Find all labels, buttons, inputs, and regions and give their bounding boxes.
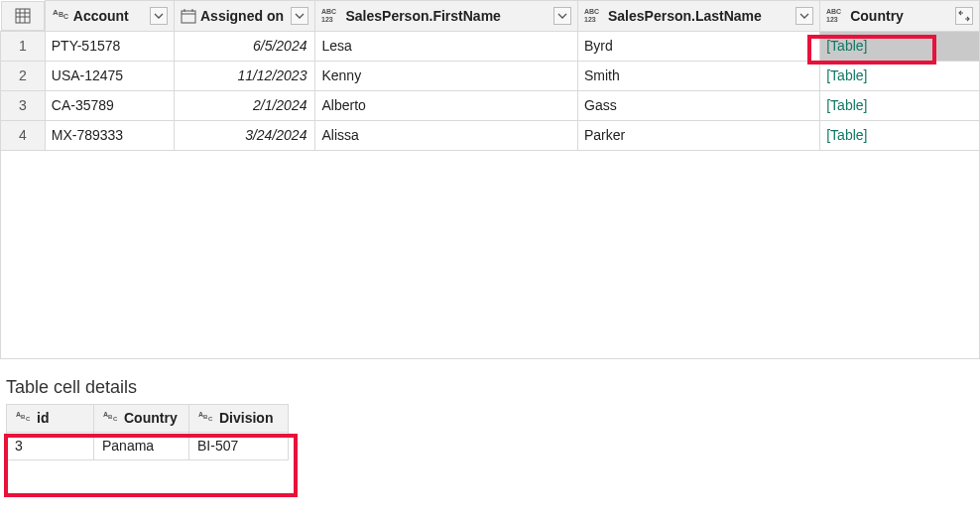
filter-dropdown-button[interactable] xyxy=(796,7,813,25)
type-any-icon: ABC123 xyxy=(321,7,341,25)
filter-dropdown-button[interactable] xyxy=(291,7,308,25)
row-index[interactable]: 3 xyxy=(1,90,46,120)
expand-icon xyxy=(958,10,970,22)
cell-account[interactable]: CA-35789 xyxy=(45,90,174,120)
table-row[interactable]: 2 USA-12475 11/12/2023 Kenny Smith [Tabl… xyxy=(1,61,980,90)
cell-country[interactable]: [Table] xyxy=(820,120,980,150)
svg-text:ABC: ABC xyxy=(321,8,336,15)
svg-text:123: 123 xyxy=(321,16,333,23)
table-link[interactable]: [Table] xyxy=(826,38,867,54)
row-index-header[interactable] xyxy=(1,1,45,31)
type-text-icon: ABC xyxy=(102,410,120,426)
main-data-table[interactable]: ABC Account Assigned on ABC123 SalesPers… xyxy=(0,0,980,151)
cell-firstname[interactable]: Alissa xyxy=(315,120,578,150)
table-row[interactable]: 1 PTY-51578 6/5/2024 Lesa Byrd [Table] xyxy=(1,31,980,61)
svg-text:ABC: ABC xyxy=(826,8,841,15)
cell-account[interactable]: MX-789333 xyxy=(45,120,174,150)
cell-country[interactable]: [Table] xyxy=(820,61,980,90)
filter-dropdown-button[interactable] xyxy=(553,7,571,25)
col-header-firstname[interactable]: ABC123 SalesPerson.FirstName xyxy=(315,1,578,32)
details-cell-id[interactable]: 3 xyxy=(7,432,94,459)
svg-text:C: C xyxy=(63,13,68,20)
cell-firstname[interactable]: Lesa xyxy=(315,31,578,61)
chevron-down-icon xyxy=(154,11,164,21)
cell-lastname[interactable]: Parker xyxy=(578,120,820,150)
chevron-down-icon xyxy=(295,11,305,21)
svg-rect-0 xyxy=(16,9,30,23)
cell-country[interactable]: [Table] xyxy=(820,90,980,120)
col-label: Assigned on xyxy=(200,8,287,24)
details-row[interactable]: 3 Panama BI-507 xyxy=(7,432,289,459)
cell-assigned[interactable]: 3/24/2024 xyxy=(175,120,315,150)
type-date-icon xyxy=(181,8,196,24)
filter-dropdown-button[interactable] xyxy=(150,7,168,25)
cell-firstname[interactable]: Kenny xyxy=(315,61,578,90)
empty-grid-area xyxy=(0,151,980,359)
cell-country[interactable]: [Table] xyxy=(820,31,980,61)
table-link[interactable]: [Table] xyxy=(826,97,867,113)
table-link[interactable]: [Table] xyxy=(826,127,867,143)
details-table[interactable]: ABC id ABC Country ABC Division 3 Panama xyxy=(6,404,289,460)
details-col-country[interactable]: ABC Country xyxy=(94,404,189,432)
col-header-lastname[interactable]: ABC123 SalesPerson.LastName xyxy=(578,1,820,32)
col-header-country[interactable]: ABC123 Country xyxy=(820,1,980,32)
svg-text:123: 123 xyxy=(584,16,596,23)
col-label: SalesPerson.LastName xyxy=(608,8,792,24)
cell-lastname[interactable]: Byrd xyxy=(578,31,820,61)
details-title: Table cell details xyxy=(0,359,980,404)
svg-text:C: C xyxy=(208,416,213,422)
cell-lastname[interactable]: Gass xyxy=(578,90,820,120)
col-label: SalesPerson.FirstName xyxy=(345,8,550,24)
cell-firstname[interactable]: Alberto xyxy=(315,90,578,120)
chevron-down-icon xyxy=(799,11,809,21)
type-text-icon: ABC xyxy=(197,410,215,426)
table-row[interactable]: 3 CA-35789 2/1/2024 Alberto Gass [Table] xyxy=(1,90,980,120)
type-text-icon: ABC xyxy=(52,7,69,25)
svg-text:ABC: ABC xyxy=(584,8,599,15)
cell-account[interactable]: PTY-51578 xyxy=(45,31,174,61)
col-label: id xyxy=(37,410,49,426)
cell-assigned[interactable]: 2/1/2024 xyxy=(175,90,315,120)
col-header-account[interactable]: ABC Account xyxy=(45,1,174,32)
col-label: Country xyxy=(124,410,178,426)
details-cell-country[interactable]: Panama xyxy=(94,432,189,459)
col-header-assigned[interactable]: Assigned on xyxy=(175,1,315,32)
cell-account[interactable]: USA-12475 xyxy=(45,61,174,90)
type-any-icon: ABC123 xyxy=(584,7,604,25)
cell-assigned[interactable]: 11/12/2023 xyxy=(175,61,315,90)
col-label: Division xyxy=(219,410,273,426)
svg-text:C: C xyxy=(26,416,31,422)
svg-rect-8 xyxy=(182,11,195,23)
details-cell-division[interactable]: BI-507 xyxy=(189,432,289,459)
cell-assigned[interactable]: 6/5/2024 xyxy=(175,31,315,61)
col-label: Account xyxy=(73,8,146,24)
details-col-id[interactable]: ABC id xyxy=(7,404,94,432)
row-index[interactable]: 2 xyxy=(1,61,46,90)
expand-column-button[interactable] xyxy=(955,7,973,25)
col-label: Country xyxy=(850,8,951,24)
svg-text:C: C xyxy=(113,416,118,422)
cell-lastname[interactable]: Smith xyxy=(578,61,820,90)
row-index[interactable]: 4 xyxy=(1,120,46,150)
type-text-icon: ABC xyxy=(15,410,33,426)
table-icon xyxy=(15,8,31,24)
table-link[interactable]: [Table] xyxy=(826,67,867,83)
details-col-division[interactable]: ABC Division xyxy=(189,404,289,432)
row-index[interactable]: 1 xyxy=(1,31,46,61)
type-any-icon: ABC123 xyxy=(826,7,846,25)
svg-text:123: 123 xyxy=(826,16,838,23)
chevron-down-icon xyxy=(557,11,567,21)
table-row[interactable]: 4 MX-789333 3/24/2024 Alissa Parker [Tab… xyxy=(1,120,980,150)
